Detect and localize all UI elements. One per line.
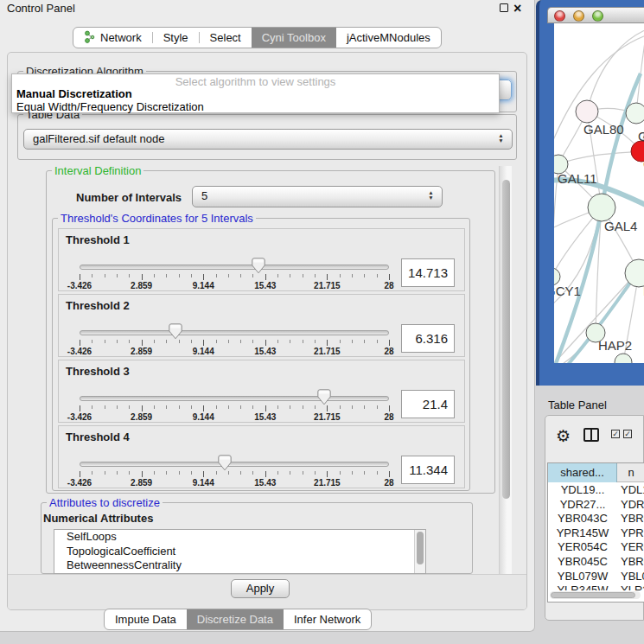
network-node[interactable] [631, 141, 644, 162]
tick-mark [142, 471, 143, 477]
split-columns-icon[interactable] [583, 428, 599, 442]
gear-icon[interactable]: ⚙ [556, 426, 571, 446]
settings-scrollbar[interactable] [499, 166, 512, 574]
tab-style[interactable]: Style [153, 28, 199, 48]
zoom-traffic-light-icon[interactable] [592, 10, 603, 22]
cell-name[interactable]: YBR0 [617, 555, 644, 570]
tick-mark [252, 405, 253, 409]
network-node[interactable] [626, 103, 644, 124]
tab-impute-data[interactable]: Impute Data [105, 609, 187, 629]
tick-mark [117, 340, 118, 343]
slider-handle[interactable] [252, 258, 265, 274]
table-row[interactable]: YBL079WYBL0 [548, 570, 644, 584]
tick-mark [352, 274, 353, 277]
network-node[interactable] [576, 100, 598, 123]
table-row[interactable]: YDL19...YDL1 [548, 483, 644, 498]
dropdown-option-manual[interactable]: Manual Discretization [12, 87, 499, 100]
cell-shared-name[interactable]: YBL079W [548, 570, 617, 584]
scrollbar-thumb[interactable] [551, 592, 635, 598]
table-row[interactable]: YPR145WYPR1 [548, 526, 644, 541]
threshold-value-field[interactable]: 21.4 [401, 390, 455, 418]
dropdown-option-equal-width[interactable]: Equal Width/Frequency Discretization [12, 100, 499, 113]
tick-mark [277, 405, 278, 409]
cell-shared-name[interactable]: YPR145W [548, 526, 617, 541]
network-canvas[interactable]: GAL80GCGAL11GAL4GCY1HHAP2 [554, 23, 644, 363]
cell-shared-name[interactable]: YDR27... [548, 498, 617, 513]
scrollbar-thumb[interactable] [417, 532, 424, 564]
tab-network[interactable]: Network [73, 28, 152, 48]
number-of-intervals-label: Number of Intervals [76, 191, 182, 204]
slider-handle[interactable] [169, 323, 182, 340]
slider-track[interactable] [80, 396, 389, 401]
slider-handle[interactable] [317, 389, 331, 405]
tick-mark [340, 405, 341, 409]
cell-name[interactable]: YBR0 [617, 512, 644, 526]
tick-mark [290, 274, 290, 277]
node-label: GAL11 [558, 171, 597, 186]
cell-shared-name[interactable]: YLR345W [548, 583, 617, 590]
threshold-value-field[interactable]: 14.713 [401, 258, 455, 287]
thresholds-group-title: Threshold's Coordinates for 5 Intervals [58, 213, 256, 225]
tick-mark [129, 340, 130, 343]
cell-shared-name[interactable]: YER054C [548, 540, 617, 555]
node-label: GAL80 [583, 122, 624, 137]
list-scrollbar[interactable] [414, 530, 425, 574]
cell-name[interactable]: YDL1 [617, 483, 644, 498]
cell-name[interactable]: YPR1 [617, 526, 644, 541]
network-node[interactable] [554, 268, 560, 285]
table-row[interactable]: YBR043CYBR0 [548, 512, 644, 526]
table-row[interactable]: YBR045CYBR0 [548, 555, 644, 570]
cell-name[interactable]: YBL0 [617, 570, 644, 584]
cell-name[interactable]: YER0 [617, 540, 644, 555]
tab-infer-network[interactable]: Infer Network [284, 609, 371, 629]
table-data-combobox[interactable]: galFiltered.sif default node ▲▼ [23, 129, 513, 150]
cell-shared-name[interactable]: YDL19... [548, 483, 617, 498]
cell-name[interactable]: YDR2 [617, 498, 644, 513]
cell-shared-name[interactable]: YBR045C [548, 555, 617, 570]
column-header-shared-name[interactable]: shared... [548, 463, 617, 482]
numerical-attributes-list[interactable]: SelfLoopsTopologicalCoefficientBetweenne… [54, 529, 426, 574]
tab-jactivemnodules[interactable]: jActiveMNodules [336, 28, 441, 48]
tab-select[interactable]: Select [200, 28, 252, 48]
table-row[interactable]: YER054CYER0 [548, 540, 644, 555]
checkbox-icon[interactable]: ✓ [623, 430, 632, 438]
attribute-list-item[interactable]: SelfLoops [54, 530, 425, 545]
float-window-icon[interactable] [500, 3, 508, 12]
tick-mark [352, 405, 353, 409]
table-row[interactable]: YDR27...YDR2 [548, 498, 644, 513]
tick-mark [154, 340, 155, 343]
checkbox-icon[interactable]: ✓ [611, 430, 620, 438]
minimize-traffic-light-icon[interactable] [573, 10, 584, 22]
slider-track[interactable] [80, 265, 389, 270]
cell-name[interactable]: YLR3 [617, 583, 644, 590]
tick-mark [166, 340, 167, 343]
slider-track[interactable] [80, 462, 389, 467]
close-icon[interactable]: × [513, 0, 521, 16]
network-node[interactable] [588, 194, 615, 221]
tick-mark [252, 471, 253, 475]
tick-mark [129, 405, 130, 409]
tick-mark [203, 274, 204, 280]
attribute-list-item[interactable]: BetweennessCentrality [54, 558, 425, 573]
threshold-value-field[interactable]: 6.316 [401, 324, 455, 353]
node-table[interactable]: shared... n YDL19...YDL1YDR27...YDR2YBR0… [547, 462, 644, 603]
apply-button[interactable]: Apply [231, 579, 290, 598]
table-row[interactable]: YLR345WYLR3 [548, 583, 644, 590]
slider-track[interactable] [80, 330, 389, 335]
tick-label: 28 [384, 478, 393, 488]
tick-mark [352, 340, 353, 343]
column-header-name[interactable]: n [617, 463, 644, 482]
cell-shared-name[interactable]: YBR043C [548, 512, 617, 526]
tick-label: 28 [384, 412, 393, 422]
attribute-list-item[interactable]: TopologicalCoefficient [54, 545, 425, 559]
network-node[interactable] [615, 354, 632, 363]
tab-cyni-toolbox[interactable]: Cyni Toolbox [252, 28, 336, 48]
slider-handle[interactable] [218, 455, 232, 471]
horizontal-scrollbar[interactable] [550, 591, 641, 599]
scrollbar-thumb[interactable] [502, 180, 510, 499]
close-traffic-light-icon[interactable] [554, 10, 565, 22]
threshold-value-field[interactable]: 11.344 [401, 456, 455, 484]
number-of-intervals-combobox[interactable]: 5 ▲▼ [192, 186, 443, 207]
tab-discretize-data[interactable]: Discretize Data [187, 609, 284, 629]
tick-label: 28 [384, 281, 393, 290]
